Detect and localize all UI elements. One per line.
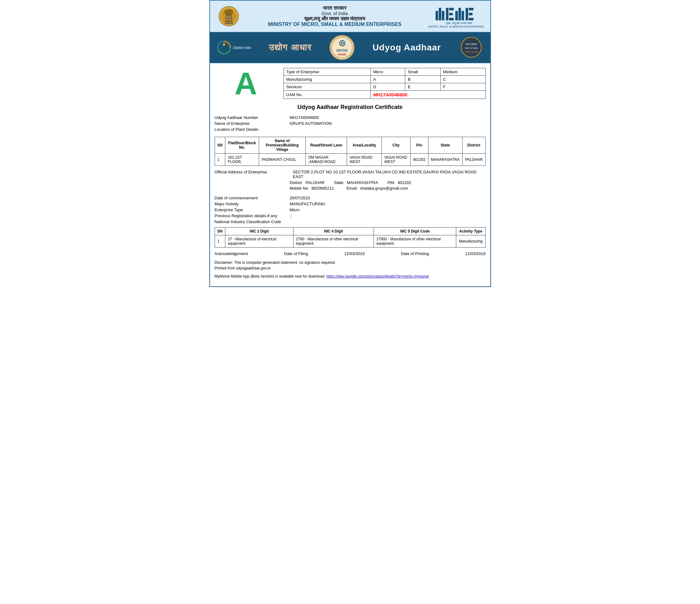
filing-label: Date of Filing: [284, 251, 308, 256]
district-value: PALGHAR: [305, 180, 325, 185]
header-center-text: भारत सरकार Govt. of India सूक्ष्म,लघु और…: [241, 5, 428, 27]
ministry-english: MINISTRY OF MICRO, SMALL & MEDIUM ENTERP…: [241, 22, 428, 27]
mobile-item: Mobile No: 9920685211: [290, 186, 334, 191]
svg-rect-21: [461, 11, 464, 20]
govt-title: Govt. of India: [241, 11, 428, 16]
uam-number: MH17A0046800: [373, 92, 407, 97]
plant-premises: PADMAVATI CHSGL: [259, 154, 305, 166]
plant-road: OM NAGAR ,AMBADI ROAD: [305, 154, 347, 166]
svc-f: F: [440, 83, 485, 91]
location-label: Location of Plant Details: [215, 127, 258, 132]
details-section: Udyog Aadhaar Number MH17A0046800 Name o…: [215, 115, 486, 134]
state-label: State: [334, 180, 343, 185]
plant-state: MAHARASHTRA: [428, 154, 462, 166]
printing-label: Date of Printing: [401, 251, 429, 256]
enterprise-letter: A: [234, 68, 257, 99]
digital-india-text: Digital India: [233, 46, 251, 49]
enterprise-type-value: Micro: [290, 207, 300, 212]
commencement-value: 26/07/2010: [290, 196, 310, 200]
mobile-value: 9920685211: [311, 186, 334, 191]
udyog-hindi-title: उद्योग आधार: [269, 43, 312, 53]
col-pin: Pin: [410, 137, 428, 154]
col-road: Road/Street/ Lane: [305, 137, 347, 154]
udyog-english-title: Udyog Aadhaar: [372, 43, 441, 53]
svg-rect-17: [449, 13, 453, 15]
state-item: State MAHARASHTRA: [334, 180, 378, 185]
app-link[interactable]: https://play.google.com/store/apps/detai…: [326, 274, 429, 279]
table-row: Type of Enterprise Micro Small Medium: [283, 68, 485, 76]
services-label: Services: [283, 83, 371, 91]
nic-2digit: 27 - Manufacture of electrical equipment: [225, 235, 293, 248]
svg-text:के साथ है हर कदम: के साथ है हर कदम: [465, 51, 478, 53]
email-value: shalaka.grups@gmail.com: [360, 186, 408, 191]
type-label: Type of Enterprise: [283, 68, 371, 76]
nic-col-sn: SN: [215, 228, 225, 235]
district-label: District: [290, 180, 302, 185]
table-row: Services D E F: [283, 83, 485, 91]
col-flat: Flat/Door/BlockNo.: [225, 137, 259, 154]
svg-text:UDYOG: UDYOG: [336, 49, 348, 52]
svg-rect-23: [469, 8, 473, 10]
svg-rect-16: [449, 8, 454, 10]
svc-e: E: [405, 83, 440, 91]
printing-value: 12/03/2019: [465, 251, 485, 256]
app-text: MyMsme Mobile App (Beta Version) is avai…: [215, 274, 325, 279]
official-address-label: Official Address of Enterprise: [215, 170, 290, 179]
digital-india-logo: Digital India: [216, 40, 251, 55]
mfg-b: B: [405, 76, 440, 83]
nic-table-row: 1 27 - Manufacture of electrical equipme…: [215, 235, 485, 248]
mobile-label: Mobile No:: [290, 186, 309, 191]
nic-col-4digit: NIC 4 Digit: [293, 228, 374, 235]
plant-flat: 101,1ST FLOOR,: [225, 154, 259, 166]
cert-right-panel: Type of Enterprise Micro Small Medium Ma…: [283, 68, 486, 99]
district-item: District PALGHAR: [290, 180, 325, 185]
commencement-label: Date of commencement: [215, 196, 290, 200]
plant-details-table: SN Flat/Door/BlockNo. Name of Premises/B…: [215, 137, 486, 166]
nic-sn: 1: [215, 235, 225, 248]
plant-table-row: 1 101,1ST FLOOR, PADMAVATI CHSGL OM NAGA…: [215, 154, 485, 166]
nic-4digit: 2790 - Manufacture of other electrical e…: [293, 235, 374, 248]
main-content: A Type of Enterprise Micro Small Medium …: [209, 63, 491, 287]
state-value: MAHARASHTRA: [347, 180, 378, 185]
small-header: Small: [405, 68, 440, 76]
svg-text:भारत सरकार: भारत सरकार: [466, 43, 477, 46]
india-emblem: सत्यमेव जयते: [216, 4, 241, 29]
udyog-number-value: MH17A0046800: [290, 115, 319, 120]
major-activity-label: Major Activity: [215, 202, 290, 206]
nic-label-row: National Industry Classification Code: [215, 219, 486, 226]
banner-right-logo: भारत सरकार Govt. of India के साथ है हर क…: [459, 36, 484, 59]
plant-sn: 1: [215, 154, 225, 166]
svg-rect-15: [446, 8, 448, 20]
svg-rect-20: [458, 8, 461, 20]
col-premises: Name of Premises/BuildingVillage: [259, 137, 305, 154]
filing-value: 12/03/2019: [344, 251, 365, 256]
prev-reg-row: Previous Registration details-if any ::: [215, 213, 486, 218]
svg-rect-18: [449, 18, 454, 20]
col-city: City: [382, 137, 410, 154]
svg-rect-19: [455, 11, 458, 20]
enterprise-type-row: Enterprise Type Micro: [215, 207, 486, 212]
cert-left-panel: A: [215, 68, 277, 99]
udyog-number-label: Udyog Aadhaar Number: [215, 115, 290, 120]
udyog-banner: Digital India उद्योग आधार ◎ UDYOG MSME U…: [209, 32, 491, 63]
hindi-ministry: सूक्ष्म,लघु और मध्यम उद्यम मंत्रालय: [241, 16, 428, 22]
pin-label: PIN: [388, 180, 394, 185]
svg-text:सूक्ष्म, लघु और मध्यम उद्यम: सूक्ष्म, लघु और मध्यम उद्यम: [445, 21, 472, 25]
svg-rect-12: [435, 11, 438, 20]
svg-rect-10: [224, 21, 233, 22]
nic-label: National Industry Classification Code: [215, 219, 281, 224]
col-district: District: [462, 137, 485, 154]
enterprise-type-label: Enterprise Type: [215, 207, 290, 212]
uam-label: UAM No.: [283, 91, 371, 99]
svg-rect-13: [439, 8, 441, 20]
aadhaar-logo: ◎ UDYOG MSME: [329, 35, 354, 60]
official-address-section: Official Address of Enterprise SECTOR 2,…: [215, 170, 486, 191]
svg-text:◎: ◎: [339, 39, 346, 47]
nic-5digit: 27900 - Manufacture of other electrical …: [374, 235, 456, 248]
udyog-number-row: Udyog Aadhaar Number MH17A0046800: [215, 115, 486, 120]
official-address-value: SECTOR 2,PLOT NO 10,1ST FLOOR,VASAI TALU…: [293, 170, 486, 179]
app-text-section: MyMsme Mobile App (Beta Version) is avai…: [215, 274, 486, 279]
major-activity-row: Major Activity MANUFACTURING: [215, 202, 486, 206]
mfg-a: A: [371, 76, 405, 83]
pin-value: 401202: [398, 180, 411, 185]
